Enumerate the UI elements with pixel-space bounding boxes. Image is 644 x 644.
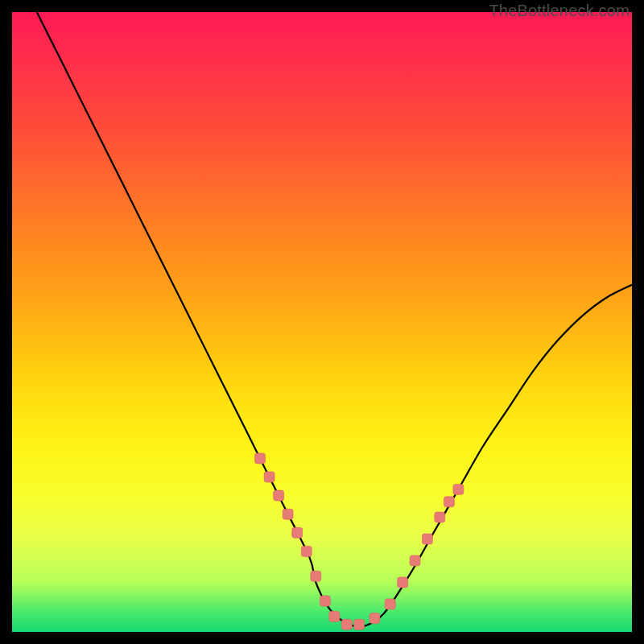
marker-point: [311, 571, 321, 581]
bottleneck-curve: [37, 12, 632, 627]
marker-point: [435, 512, 445, 522]
marker-point: [329, 611, 340, 621]
marker-point: [341, 619, 352, 630]
marker-point: [385, 599, 395, 609]
chart-plot-area: [12, 12, 632, 632]
marker-point: [301, 546, 312, 556]
marker-point: [292, 527, 303, 538]
marker-group: [255, 453, 464, 630]
marker-point: [320, 596, 330, 606]
marker-point: [274, 490, 284, 501]
marker-point: [369, 613, 380, 624]
marker-point: [283, 509, 293, 519]
marker-point: [255, 453, 266, 464]
marker-point: [354, 619, 365, 630]
marker-point: [398, 577, 408, 588]
marker-point: [444, 497, 454, 507]
chart-svg: [12, 12, 632, 632]
marker-point: [453, 484, 464, 494]
marker-point: [410, 555, 420, 566]
watermark-text: TheBottleneck.com: [489, 2, 630, 20]
marker-point: [422, 534, 432, 544]
chart-frame: TheBottleneck.com: [0, 0, 644, 644]
marker-point: [264, 472, 275, 482]
